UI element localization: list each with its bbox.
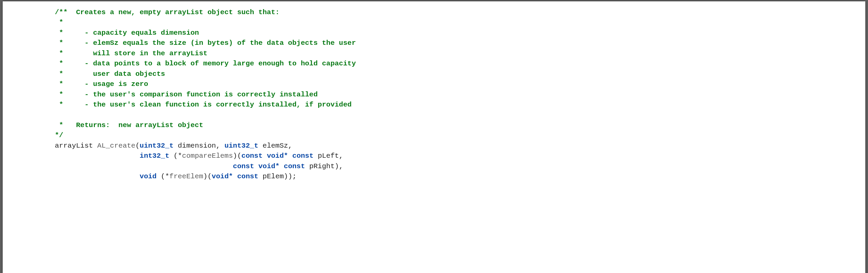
keyword-const: const — [242, 152, 263, 160]
fnptr-open: (* — [156, 172, 169, 180]
function-name: AL_create — [97, 142, 135, 149]
comment-line: * - elemSz equals the size (in bytes) of… — [55, 39, 356, 47]
space — [288, 152, 292, 160]
param: pElem)); — [258, 172, 297, 180]
fnptr-name: compareElems — [182, 152, 233, 160]
type-keyword: uint32_t — [140, 142, 174, 149]
fnptr-open: (* — [169, 152, 182, 160]
type-keyword: uint32_t — [224, 142, 258, 149]
space — [263, 152, 267, 160]
comment-line: * - data points to a block of memory lar… — [55, 60, 356, 67]
keyword-void: void — [140, 172, 156, 180]
comment-line: * - usage is zero — [55, 80, 148, 88]
keyword-const: const — [233, 162, 254, 170]
code-block: /** Creates a new, empty arrayList objec… — [3, 7, 865, 182]
comment-line: * - the user's comparison function is co… — [55, 91, 318, 99]
return-type: arrayList — [55, 142, 97, 149]
comment-line: * Returns: new arrayList object — [55, 121, 203, 129]
fnptr-close-open: )( — [233, 152, 241, 160]
document-page: /** Creates a new, empty arrayList objec… — [3, 1, 865, 273]
comment-line: /** Creates a new, empty arrayList objec… — [55, 8, 280, 16]
paren: ( — [135, 142, 140, 149]
keyword-const: const — [237, 172, 258, 180]
comment-line: * user data objects — [55, 70, 165, 78]
fnptr-close-open: )( — [203, 172, 212, 180]
param: elemSz, — [258, 142, 292, 149]
indent — [55, 172, 140, 180]
comment-line: */ — [55, 132, 63, 139]
comment-line: * - the user's clean function is correct… — [55, 101, 351, 109]
space — [280, 162, 284, 170]
param: pRight), — [305, 162, 343, 170]
space — [254, 162, 258, 170]
comment-line: * will store in the arrayList — [55, 50, 208, 57]
indent — [55, 162, 233, 170]
indent — [55, 152, 140, 160]
param: pLeft, — [314, 152, 343, 160]
fnptr-name: freeElem — [169, 172, 203, 180]
comment-line: * — [55, 19, 63, 26]
keyword-voidp: void* — [212, 172, 233, 180]
param: dimension, — [174, 142, 224, 149]
keyword-const: const — [292, 152, 314, 160]
comment-line: * - capacity equals dimension — [55, 29, 199, 37]
keyword-const: const — [284, 162, 305, 170]
keyword-voidp: void* — [258, 162, 280, 170]
keyword-voidp: void* — [267, 152, 288, 160]
space — [233, 172, 237, 180]
type-keyword: int32_t — [140, 152, 169, 160]
